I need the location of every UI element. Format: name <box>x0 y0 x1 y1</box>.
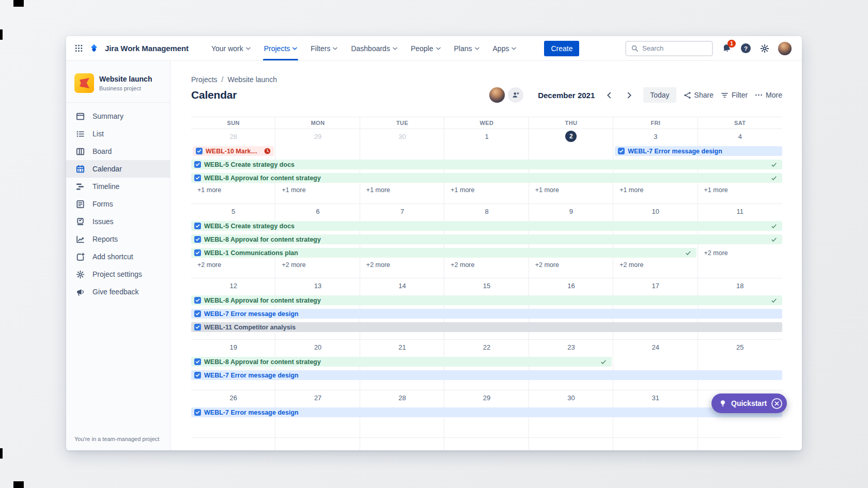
sidebar-item-list[interactable]: List <box>66 125 170 143</box>
event-webl-7[interactable]: WEBL-7 Error message design <box>191 309 782 319</box>
more-events-link[interactable]: +2 more <box>613 261 698 269</box>
sidebar-item-add-shortcut[interactable]: Add shortcut <box>66 248 170 265</box>
date-cell[interactable]: 5 <box>191 208 275 221</box>
date-cell[interactable]: 23 <box>529 343 613 357</box>
notifications-button[interactable]: 1 <box>722 43 732 53</box>
sidebar-item-project-settings[interactable]: Project settings <box>66 265 170 283</box>
date-cell[interactable]: 24 <box>613 343 698 357</box>
date-cell[interactable]: 29 <box>275 133 360 146</box>
date-cell[interactable]: 12 <box>191 282 275 295</box>
quickstart-button[interactable]: Quickstart <box>711 393 787 413</box>
event-webl-5[interactable]: WEBL-5 Create strategy docs <box>191 160 782 169</box>
date-cell[interactable]: 10 <box>613 208 698 221</box>
event-webl-8[interactable]: WEBL-8 Approval for content strategy <box>191 357 612 367</box>
member-avatar[interactable] <box>489 87 505 103</box>
nav-item-dashboards[interactable]: Dashboards <box>351 36 397 60</box>
date-cell[interactable]: 18 <box>698 282 782 295</box>
date-cell[interactable]: 22 <box>444 343 529 357</box>
share-button[interactable]: Share <box>684 91 714 99</box>
search-input[interactable] <box>642 44 707 52</box>
more-events-link[interactable]: +2 more <box>444 261 529 269</box>
date-cell[interactable]: 4 <box>698 133 782 146</box>
sidebar-item-give-feedback[interactable]: Give feedback <box>66 283 170 301</box>
event-webl-7[interactable]: WEBL-7 Error message design <box>615 146 782 156</box>
date-cell[interactable]: 30 <box>529 394 613 407</box>
sidebar-item-forms[interactable]: Forms <box>66 195 170 213</box>
sidebar-item-timeline[interactable]: Timeline <box>66 178 170 195</box>
date-cell[interactable]: 8 <box>444 208 529 221</box>
sidebar-item-issues[interactable]: Issues <box>66 213 170 230</box>
date-cell[interactable]: 17 <box>613 282 698 295</box>
date-cell[interactable]: 28 <box>360 394 444 407</box>
event-webl-7[interactable]: WEBL-7 Error message design <box>191 370 782 380</box>
more-events-link[interactable]: +1 more <box>529 186 613 194</box>
add-people-button[interactable] <box>508 87 523 103</box>
date-cell[interactable]: 3 <box>613 133 698 146</box>
date-cell[interactable]: 28 <box>191 133 275 146</box>
more-events-link[interactable]: +2 more <box>698 248 782 258</box>
date-cell[interactable]: 7 <box>360 208 444 221</box>
sidebar-item-calendar[interactable]: Calendar <box>66 160 170 178</box>
more-button[interactable]: More <box>755 91 782 99</box>
event-webl-8[interactable]: WEBL-8 Approval for content strategy <box>191 295 782 305</box>
date-cell[interactable]: 16 <box>529 282 613 295</box>
more-events-link[interactable]: +2 more <box>275 261 360 269</box>
more-events-link[interactable]: +1 more <box>444 186 529 194</box>
date-cell-today[interactable]: 2 <box>529 133 613 146</box>
app-switcher-icon[interactable] <box>74 44 83 53</box>
date-cell[interactable]: 29 <box>444 394 529 407</box>
date-cell[interactable]: 25 <box>698 343 782 357</box>
more-events-link[interactable]: +1 more <box>360 186 444 194</box>
sidebar-item-reports[interactable]: Reports <box>66 230 170 248</box>
date-cell[interactable]: 13 <box>275 282 360 295</box>
event-webl-10[interactable]: WEBL-10 Market r... <box>193 146 274 156</box>
sidebar-item-summary[interactable]: Summary <box>66 107 170 125</box>
nav-item-people[interactable]: People <box>411 36 441 60</box>
date-cell[interactable]: 14 <box>360 282 444 295</box>
help-icon[interactable]: ? <box>740 43 751 54</box>
breadcrumb-project-name[interactable]: Website launch <box>227 75 276 84</box>
event-webl-11[interactable]: WEBL-11 Competitor analysis <box>191 322 782 332</box>
more-events-link[interactable]: +1 more <box>613 186 698 194</box>
nav-item-plans[interactable]: Plans <box>454 36 479 60</box>
date-cell[interactable]: 26 <box>191 394 275 407</box>
date-cell[interactable]: 30 <box>360 133 444 146</box>
gear-icon[interactable] <box>760 44 769 53</box>
more-events-link[interactable]: +2 more <box>529 261 613 269</box>
nav-item-apps[interactable]: Apps <box>493 36 517 60</box>
date-cell[interactable]: 20 <box>275 343 360 357</box>
more-events-link[interactable]: +2 more <box>360 261 444 269</box>
breadcrumb-projects[interactable]: Projects <box>191 75 218 84</box>
next-month-button[interactable] <box>623 88 636 102</box>
search-box[interactable] <box>625 41 713 56</box>
event-webl-8[interactable]: WEBL-8 Approval for content strategy <box>191 173 782 183</box>
more-events-link[interactable]: +1 more <box>275 186 360 194</box>
event-webl-5[interactable]: WEBL-5 Create strategy docs <box>191 221 782 231</box>
date-cell[interactable]: 1 <box>444 133 529 146</box>
event-webl-1[interactable]: WEBL-1 Communications plan <box>191 248 696 258</box>
date-cell[interactable]: 15 <box>444 282 529 295</box>
jira-logo-icon[interactable] <box>89 43 99 54</box>
create-button[interactable]: Create <box>544 41 579 56</box>
more-events-link[interactable]: +1 more <box>698 186 782 194</box>
nav-item-your-work[interactable]: Your work <box>211 36 251 60</box>
more-events-link[interactable]: +1 more <box>191 186 275 194</box>
previous-month-button[interactable] <box>602 88 615 102</box>
more-events-link[interactable]: +2 more <box>191 261 275 269</box>
date-cell[interactable]: 31 <box>613 394 698 407</box>
quickstart-close-button[interactable] <box>771 398 782 409</box>
date-cell[interactable]: 9 <box>529 208 613 221</box>
date-cell[interactable]: 21 <box>360 343 444 357</box>
nav-item-projects[interactable]: Projects <box>264 36 298 60</box>
filter-button[interactable]: Filter <box>721 91 748 99</box>
date-cell[interactable]: 19 <box>191 343 275 357</box>
date-cell[interactable]: 27 <box>275 394 360 407</box>
event-webl-7[interactable]: WEBL-7 Error message design <box>191 407 782 417</box>
user-avatar[interactable] <box>778 42 792 55</box>
sidebar-item-board[interactable]: Board <box>66 143 170 160</box>
today-button[interactable]: Today <box>643 87 676 103</box>
date-cell[interactable]: 11 <box>698 208 782 221</box>
nav-item-filters[interactable]: Filters <box>311 36 337 60</box>
date-cell[interactable]: 6 <box>275 208 360 221</box>
event-webl-8[interactable]: WEBL-8 Approval for content strategy <box>191 234 782 244</box>
